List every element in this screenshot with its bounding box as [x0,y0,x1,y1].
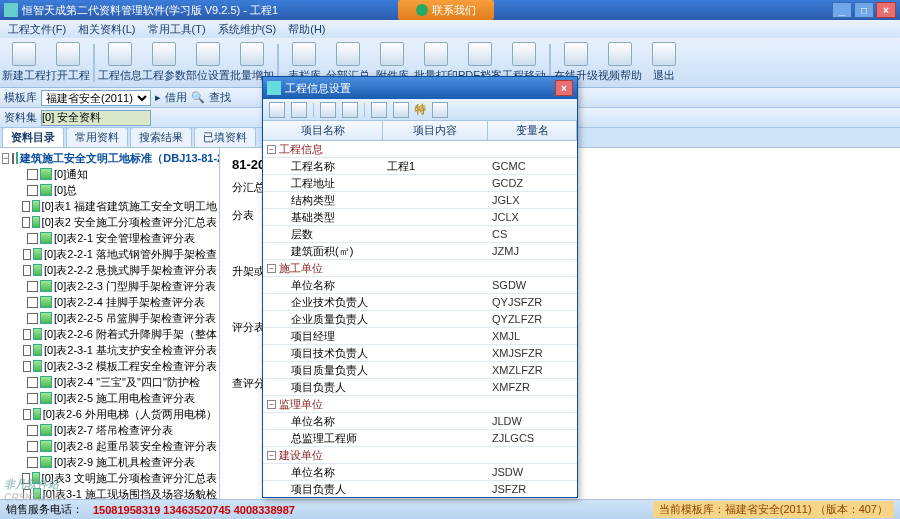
dlg-tool-5[interactable] [371,102,387,118]
toolbar-退出[interactable]: 退出 [642,40,686,86]
field-row[interactable]: 单位名称SGDW [263,277,577,294]
maximize-button[interactable]: □ [854,2,874,18]
field-row[interactable]: 单位名称JLDW [263,413,577,430]
checkbox[interactable] [27,441,38,452]
dlg-tool-7[interactable] [432,102,448,118]
field-row[interactable]: 项目经理XMJL [263,328,577,345]
toolbar-部位设置[interactable]: 部位设置 [186,40,230,86]
dialog-titlebar[interactable]: 工程信息设置 × [263,77,577,99]
dlg-tool-1[interactable] [269,102,285,118]
toolbar-视频帮助[interactable]: 视频帮助 [598,40,642,86]
checkbox[interactable] [27,169,38,180]
menu-item[interactable]: 工程文件(F) [4,22,70,37]
field-row[interactable]: 总监理工程师ZJLGCS [263,430,577,447]
field-value[interactable]: 工程1 [383,159,488,174]
close-button[interactable]: × [876,2,896,18]
dlg-tool-6[interactable] [393,102,409,118]
field-row[interactable]: 项目负责人XMFZR [263,379,577,396]
dlg-tool-3[interactable] [320,102,336,118]
template-select[interactable]: 福建省安全(2011) [41,90,151,106]
toolbar-工程信息[interactable]: 工程信息 [98,40,142,86]
tree-node[interactable]: [0]表2-9 施工机具检查评分表 [2,454,217,470]
toolbar-打开工程[interactable]: 打开工程 [46,40,90,86]
toolbar-工程参数[interactable]: 工程参数 [142,40,186,86]
checkbox[interactable] [27,393,38,404]
tree-node[interactable]: [0]表3 文明施工分项检查评分汇总表 [2,470,217,486]
checkbox[interactable] [27,185,38,196]
dlg-tool-4[interactable] [342,102,358,118]
minimize-button[interactable]: _ [832,2,852,18]
field-row[interactable]: 企业技术负责人QYJSFZR [263,294,577,311]
group-row[interactable]: −建设单位 [263,447,577,464]
field-row[interactable]: 项目技术负责人XMJSFZR [263,345,577,362]
checkbox[interactable] [23,361,31,372]
tree-node[interactable]: [0]通知 [2,166,217,182]
checkbox[interactable] [27,313,38,324]
tree-node[interactable]: [0]总 [2,182,217,198]
tree-node[interactable]: [0]表2-1 安全管理检查评分表 [2,230,217,246]
toolbar-新建工程[interactable]: 新建工程 [2,40,46,86]
checkbox[interactable] [27,297,38,308]
field-row[interactable]: 项目负责人JSFZR [263,481,577,497]
tree-node[interactable]: [0]表2-2-1 落地式钢管外脚手架检查 [2,246,217,262]
tab-2[interactable]: 搜索结果 [130,127,192,147]
field-row[interactable]: 层数CS [263,226,577,243]
group-row[interactable]: −工程信息 [263,141,577,158]
dataset-input[interactable] [41,110,151,126]
dlg-spec-button[interactable]: 特 [415,102,426,117]
tree-node[interactable]: [0]表2-7 塔吊检查评分表 [2,422,217,438]
tree-node[interactable]: [0]表2-5 施工用电检查评分表 [2,390,217,406]
collapse-icon[interactable]: − [267,145,276,154]
collapse-icon[interactable]: − [267,264,276,273]
tab-1[interactable]: 常用资料 [66,127,128,147]
tree-node[interactable]: [0]表2-2-4 挂脚手架检查评分表 [2,294,217,310]
expand-icon[interactable]: − [2,153,9,164]
tree-node[interactable]: [0]表2-8 起重吊装安全检查评分表 [2,438,217,454]
field-row[interactable]: 基础类型JCLX [263,209,577,226]
checkbox[interactable] [23,409,31,420]
group-row[interactable]: −施工单位 [263,260,577,277]
checkbox[interactable] [23,489,31,500]
collapse-icon[interactable]: − [267,400,276,409]
tree-node[interactable]: [0]表2 安全施工分项检查评分汇总表 [2,214,217,230]
checkbox[interactable] [23,265,31,276]
checkbox[interactable] [23,345,31,356]
checkbox[interactable] [27,281,38,292]
tree-node[interactable]: [0]表2-2-5 吊篮脚手架检查评分表 [2,310,217,326]
tree-node[interactable]: [0]表2-3-2 模板工程安全检查评分表 [2,358,217,374]
tree-node[interactable]: [0]表2-6 外用电梯（人货两用电梯） [2,406,217,422]
field-row[interactable]: 结构类型JGLX [263,192,577,209]
field-row[interactable]: 建筑面积(㎡)JZMJ [263,243,577,260]
tree-node[interactable]: [0]表2-3-1 基坑支护安全检查评分表 [2,342,217,358]
checkbox[interactable] [27,233,38,244]
checkbox[interactable] [22,201,29,212]
dialog-close-button[interactable]: × [555,80,573,96]
checkbox[interactable] [12,153,14,164]
checkbox[interactable] [27,425,38,436]
checkbox[interactable] [22,217,29,228]
menu-item[interactable]: 系统维护(S) [214,22,281,37]
checkbox[interactable] [27,457,38,468]
field-row[interactable]: 单位名称JSDW [263,464,577,481]
checkbox[interactable] [23,329,31,340]
tab-0[interactable]: 资料目录 [2,127,64,147]
checkbox[interactable] [23,249,31,260]
contact-strip[interactable]: 联系我们 [398,0,494,20]
field-row[interactable]: 工程名称工程1GCMC [263,158,577,175]
field-row[interactable]: 项目质量负责人XMZLFZR [263,362,577,379]
tree-node[interactable]: [0]表2-4 "三宝"及"四口"防护检 [2,374,217,390]
field-row[interactable]: 企业质量负责人QYZLFZR [263,311,577,328]
tree-node[interactable]: [0]表2-2-3 门型脚手架检查评分表 [2,278,217,294]
group-row[interactable]: −监理单位 [263,396,577,413]
menu-item[interactable]: 相关资料(L) [74,22,139,37]
dialog-body[interactable]: −工程信息工程名称工程1GCMC工程地址GCDZ结构类型JGLX基础类型JCLX… [263,141,577,497]
tree-node[interactable]: [0]表2-2-6 附着式升降脚手架（整体 [2,326,217,342]
menu-item[interactable]: 常用工具(T) [144,22,210,37]
tree-node[interactable]: [0]表1 福建省建筑施工安全文明工地 [2,198,217,214]
tab-3[interactable]: 已填资料 [194,127,256,147]
tree-root[interactable]: − 建筑施工安全文明工地标准（DBJ13-81-2 [2,150,217,166]
dlg-tool-2[interactable] [291,102,307,118]
tree-node[interactable]: [0]表2-2-2 悬挑式脚手架检查评分表 [2,262,217,278]
field-row[interactable]: 工程地址GCDZ [263,175,577,192]
collapse-icon[interactable]: − [267,451,276,460]
